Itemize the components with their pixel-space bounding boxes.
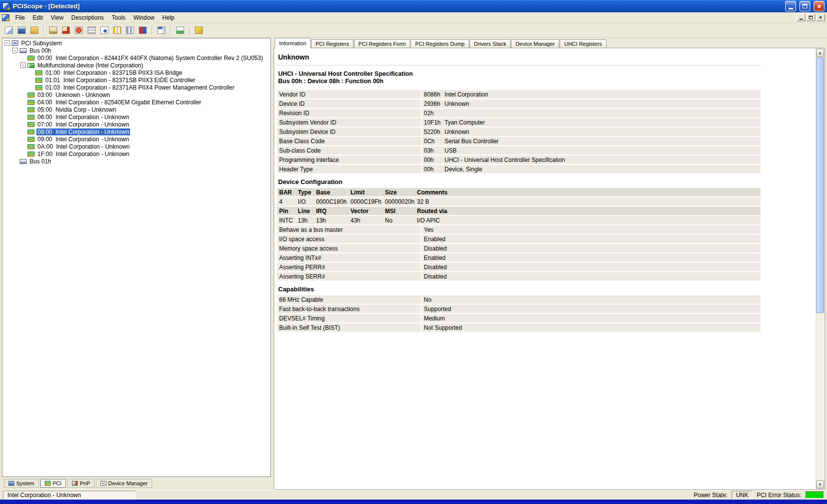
report-button[interactable] [98,25,110,36]
left-panel: − PCI Subsystem − Bus 00h 00:00 Intel Co… [2,38,271,490]
menu-tools[interactable]: Tools [108,13,129,22]
info-label: Revision ID [277,109,421,117]
scroll-down-button[interactable]: ▼ [816,480,824,489]
tree-item-pci-subsystem[interactable]: − PCI Subsystem [2,39,270,47]
tab-uhci-registers[interactable]: UHCI Registers [560,39,606,48]
device-icon [28,144,34,149]
col-header: Limit [349,188,383,196]
info-label: Subsystem Device ID [277,127,421,136]
info-hex-value: 03h [424,147,445,154]
tree-item-device-0103[interactable]: 01:03 Intel Corporation - 82371AB PIIX4 … [2,84,270,91]
tab-device-manager[interactable]: Device Manager [96,479,152,488]
flag-value-cell: Disabled [422,244,761,252]
tab-drivers-stack[interactable]: Drivers Stack [470,39,510,48]
menu-file[interactable]: File [11,13,29,22]
tree-item-multifunctional-device[interactable]: − Multifunctional device (Intel Corporat… [2,62,270,69]
mdi-minimize-button[interactable] [796,14,805,21]
info-row: Subsystem Device ID 5220h Unknown [277,127,761,136]
tab-label: Device Manager [108,480,148,486]
info-row: Revision ID 02h [277,109,761,117]
flag-label: I/O space access [277,235,421,243]
tab-pci-registers-form[interactable]: PCI Registers Form [354,39,411,48]
key-button[interactable] [193,25,205,36]
minimize-button[interactable] [785,1,796,11]
menu-edit[interactable]: Edit [29,13,47,22]
tab-pci-registers-dump[interactable]: PCI Registers Dump [411,39,469,48]
close-button[interactable]: × [814,1,825,11]
tree-item-device-0600[interactable]: 06:00 Intel Corporation - Unknown [2,113,270,121]
device-icon [28,137,34,142]
irq-table-row: INTC 13h 13h 43h No I/O APIC [277,216,761,224]
info-value-cell: 10F1h Tyan Computer [422,118,761,126]
open-button[interactable] [29,25,40,36]
tree-item-device-0900[interactable]: 09:00 Intel Corporation - Unknown [2,135,270,143]
tree-item-device-0100[interactable]: 01:00 Intel Corporation - 82371SB PIIX3 … [2,69,270,76]
bar-cell: 0000C19Fh [349,197,383,206]
info-value-cell: 2936h Unknown [422,99,761,108]
device-icon [28,115,34,120]
mdi-close-button[interactable]: × [816,14,825,21]
capability-label: Fast back-to-back transactions [277,305,421,313]
chart-button[interactable] [174,25,186,36]
mail-block-button[interactable] [60,25,72,36]
save-button[interactable] [16,25,28,36]
tree-item-bus-00h[interactable]: − Bus 00h [2,47,270,54]
tree-item-device-0700[interactable]: 07:00 Intel Corporation - Unknown [2,121,270,128]
menu-descriptions[interactable]: Descriptions [67,13,108,22]
tab-information[interactable]: Information [275,38,311,48]
chart-icon [176,27,184,34]
col-header: BAR [277,188,296,196]
menu-view[interactable]: View [47,13,67,22]
window-columns-button[interactable] [156,25,167,36]
tree-item-device-0800-selected[interactable]: 08:00 Intel Corporation - Unknown [2,128,270,135]
tree-item-bus-01h[interactable]: Bus 01h [2,158,270,165]
menu-window[interactable]: Window [129,13,159,22]
compare-button[interactable] [137,25,149,36]
tab-pnp[interactable]: PnP [67,479,95,488]
grid-icon [88,27,95,34]
app-icon [2,2,10,10]
send-mail-button[interactable] [47,25,59,36]
info-value-cell: 00h Device, Single [422,165,761,173]
restore-button[interactable] [799,1,810,11]
vertical-scrollbar[interactable]: ▲ ▼ [816,49,824,489]
toolbar-separator [170,26,171,35]
record-button[interactable] [73,25,85,36]
pci-device-tree[interactable]: − PCI Subsystem − Bus 00h 00:00 Intel Co… [2,38,271,477]
tab-system[interactable]: System [4,479,39,488]
collapse-toggle-icon[interactable]: − [12,48,18,53]
scroll-up-button[interactable]: ▲ [816,49,824,57]
tree-item-device-0500[interactable]: 05:00 Nvidia Corp - Unknown [2,106,270,113]
tab-pci[interactable]: PCI [40,479,66,488]
scrollbar-thumb[interactable] [816,58,824,313]
irq-cell: 43h [349,216,383,224]
grid-button[interactable] [86,25,97,36]
pnp-icon [72,481,78,486]
collapse-toggle-icon[interactable]: − [4,40,10,46]
tree-item-device-0300[interactable]: 03:00 Unknown - Unknown [2,91,270,98]
columns-button[interactable] [111,25,123,36]
tree-item-device-0400[interactable]: 04:00 Intel Corporation - 82540EM Gigabi… [2,98,270,106]
refresh-button[interactable] [3,25,15,36]
tab-device-manager-detail[interactable]: Device Manager [511,39,559,48]
collapse-toggle-icon[interactable]: − [20,63,26,68]
info-description [445,110,761,116]
mdi-restore-button[interactable] [806,14,815,21]
tree-item-device-1f00[interactable]: 1F:00 Intel Corporation - Unknown [2,150,270,158]
tab-label: System [16,480,34,486]
menu-help[interactable]: Help [159,13,179,22]
col-header: MSI [383,207,415,215]
toolbar-separator [189,26,190,35]
tree-item-label: 00:00 Intel Corporation - 82441FX 440FX … [36,55,264,62]
restore-icon [802,4,807,8]
tree-item-device-0a00[interactable]: 0A:00 Intel Corporation - Unknown [2,143,270,150]
title-bar[interactable]: PCIScope - [Detected] × [0,0,827,12]
tree-item-label: 01:01 Intel Corporation - 82371SB PIIX3 … [44,77,196,84]
tab-pci-registers[interactable]: PCI Registers [311,39,353,48]
detail-tab-bar: Information PCI Registers PCI Registers … [274,38,825,48]
info-label: Device ID [277,99,421,108]
tree-item-device-0000[interactable]: 00:00 Intel Corporation - 82441FX 440FX … [2,54,270,62]
table-button[interactable] [124,25,136,36]
tree-item-device-0101[interactable]: 01:01 Intel Corporation - 82371SB PIIX3 … [2,76,270,84]
tree-item-label: 1F:00 Intel Corporation - Unknown [36,151,130,158]
